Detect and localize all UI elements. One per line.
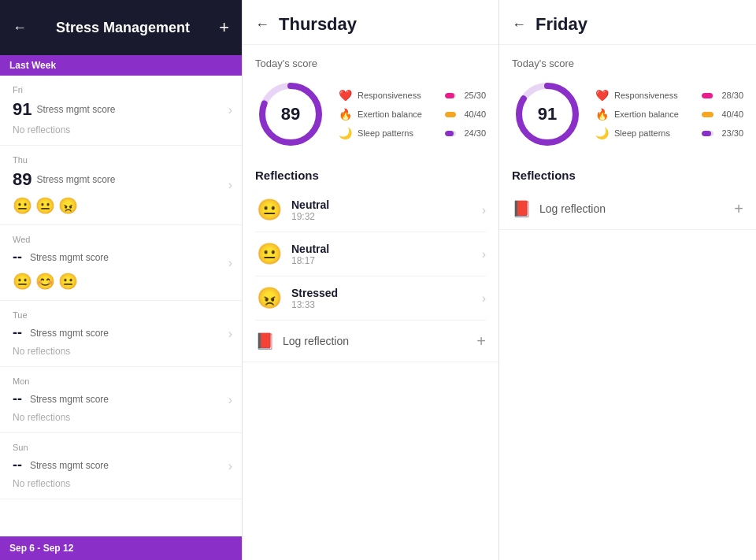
bar-label-sleep-fri: Sleep patterns	[614, 128, 697, 138]
thursday-score-card: 89 ❤️ Responsiveness 25/30 🔥 Exertion ba…	[255, 79, 486, 150]
bar-label-exert-fri: Exertion balance	[614, 109, 697, 119]
app-title: Stress Management	[56, 20, 190, 36]
day-label-mon: Mon	[13, 376, 229, 386]
bar-fill-resp	[445, 93, 454, 98]
no-reflect-tue: No reflections	[13, 346, 229, 357]
reflection-chevron-1: ›	[482, 203, 486, 217]
friday-bars: ❤️ Responsiveness 28/30 🔥 Exertion balan…	[595, 89, 743, 139]
emoji-thu-3: 😠	[58, 196, 78, 215]
friday-reflections-title: Reflections	[512, 169, 743, 182]
friday-title: Friday	[536, 14, 587, 35]
thursday-bar-exertion: 🔥 Exertion balance 40/40	[339, 108, 486, 121]
day-item-sun[interactable]: Sun -- Stress mgmt score No reflections …	[0, 433, 242, 499]
friday-bar-exertion: 🔥 Exertion balance 40/40	[595, 108, 743, 121]
neutral-emoji-1: 😐	[255, 198, 284, 222]
score-line-thu: 89 Stress mgmt score	[13, 169, 229, 190]
score-dashes-sun: --	[13, 457, 22, 473]
thursday-log-label: Log reflection	[283, 335, 469, 347]
score-text-fri: Stress mgmt score	[36, 104, 115, 115]
heart-icon: ❤️	[339, 89, 353, 102]
score-line-mon: -- Stress mgmt score	[13, 391, 229, 407]
bar-score-exert: 40/40	[461, 109, 486, 119]
friday-header: ← Friday	[499, 0, 756, 45]
day-item-tue[interactable]: Tue -- Stress mgmt score No reflections …	[0, 301, 242, 367]
friday-back-button[interactable]: ←	[512, 17, 526, 33]
bar-score-sleep-fri: 23/30	[718, 128, 743, 138]
emoji-wed-1: 😐	[13, 272, 32, 291]
bar-fill-sleep-fri	[702, 131, 711, 136]
score-text-mon: Stress mgmt score	[30, 394, 109, 405]
day-item-mon[interactable]: Mon -- Stress mgmt score No reflections …	[0, 367, 242, 433]
score-dashes-tue: --	[13, 325, 22, 341]
reflection-info-1: Neutral 19:32	[291, 198, 474, 222]
thursday-score-label: Today's score	[255, 57, 486, 69]
reflection-item-neutral-1932[interactable]: 😐 Neutral 19:32 ›	[255, 188, 486, 232]
day-item-wed[interactable]: Wed -- Stress mgmt score 😐 😊 😐 ›	[0, 225, 242, 301]
thursday-back-button[interactable]: ←	[255, 17, 269, 33]
chevron-wed: ›	[228, 256, 232, 270]
score-dashes-mon: --	[13, 391, 22, 407]
thursday-reflections-section: Reflections 😐 Neutral 19:32 › 😐 Neutral …	[243, 162, 498, 321]
day-item-fri[interactable]: Fri 91 Stress mgmt score No reflections …	[0, 76, 242, 146]
bottom-week-label: Sep 6 - Sep 12	[0, 536, 242, 560]
score-text-sun: Stress mgmt score	[30, 460, 109, 471]
thursday-log-plus-icon: +	[476, 332, 486, 350]
score-line-sun: -- Stress mgmt score	[13, 457, 229, 473]
emoji-row-wed: 😐 😊 😐	[13, 272, 229, 291]
emoji-thu-2: 😐	[35, 196, 55, 215]
header-actions: +	[219, 17, 229, 38]
friday-score-card: 91 ❤️ Responsiveness 28/30 🔥 Exertion ba…	[512, 79, 743, 150]
bar-label-resp: Responsiveness	[358, 91, 440, 100]
friday-score-label: Today's score	[512, 57, 743, 69]
back-arrow-icon[interactable]: ←	[13, 20, 27, 36]
score-text-tue: Stress mgmt score	[30, 328, 109, 339]
reflection-mood-3: Stressed	[291, 287, 474, 299]
flame-icon: 🔥	[339, 108, 353, 121]
score-line-fri: 91 Stress mgmt score	[13, 99, 229, 120]
friday-score-section: Today's score 91 ❤️ Responsiveness 28/30	[499, 45, 756, 162]
emoji-row-thu: 😐 😐 😠	[13, 196, 229, 215]
bar-track-resp-fri	[702, 93, 713, 98]
reflection-item-stressed-1333[interactable]: 😠 Stressed 13:33 ›	[255, 276, 486, 321]
score-num-thu: 89	[13, 169, 32, 190]
log-book-icon-fri: 📕	[512, 199, 532, 218]
no-reflect-fri: No reflections	[13, 124, 229, 135]
moon-icon: 🌙	[339, 127, 353, 139]
thursday-panel: ← Thursday Today's score 89 ❤️ Responsiv…	[243, 0, 499, 560]
bar-fill-exert	[445, 112, 456, 117]
day-label-fri: Fri	[13, 85, 229, 95]
score-num-fri: 91	[13, 99, 32, 120]
add-icon[interactable]: +	[219, 17, 229, 38]
app-header: ← Stress Management +	[0, 0, 242, 55]
thursday-circle-chart: 89	[255, 79, 326, 150]
bar-label-resp-fri: Responsiveness	[614, 91, 697, 100]
emoji-thu-1: 😐	[13, 196, 32, 215]
thursday-bar-responsiveness: ❤️ Responsiveness 25/30	[339, 89, 486, 102]
day-label-thu: Thu	[13, 155, 229, 165]
bar-label-exert: Exertion balance	[358, 109, 440, 119]
bar-fill-resp-fri	[702, 93, 713, 98]
flame-icon-fri: 🔥	[595, 108, 610, 121]
day-label-wed: Wed	[13, 235, 229, 244]
chevron-thu: ›	[228, 178, 232, 192]
no-reflect-mon: No reflections	[13, 412, 229, 423]
thursday-bar-sleep: 🌙 Sleep patterns 24/30	[339, 127, 486, 139]
reflection-info-3: Stressed 13:33	[291, 287, 474, 310]
friday-log-reflection[interactable]: 📕 Log reflection +	[499, 188, 756, 230]
day-item-thu[interactable]: Thu 89 Stress mgmt score 😐 😐 😠 ›	[0, 146, 242, 225]
reflection-item-neutral-1817[interactable]: 😐 Neutral 18:17 ›	[255, 232, 486, 276]
bar-track-resp	[445, 93, 456, 98]
reflection-chevron-3: ›	[482, 291, 486, 306]
week-label: Last Week	[0, 55, 242, 76]
moon-icon-fri: 🌙	[595, 127, 610, 139]
bar-score-exert-fri: 40/40	[718, 109, 743, 119]
bar-label-sleep: Sleep patterns	[358, 128, 440, 138]
thursday-bars: ❤️ Responsiveness 25/30 🔥 Exertion balan…	[339, 89, 486, 139]
chevron-fri: ›	[228, 103, 232, 117]
day-label-tue: Tue	[13, 310, 229, 320]
thursday-score-section: Today's score 89 ❤️ Responsiveness 25/30	[243, 45, 498, 162]
thursday-log-reflection[interactable]: 📕 Log reflection +	[243, 321, 498, 362]
heart-icon-fri: ❤️	[595, 89, 610, 102]
friday-bar-sleep: 🌙 Sleep patterns 23/30	[595, 127, 743, 139]
bar-fill-sleep	[445, 131, 454, 136]
